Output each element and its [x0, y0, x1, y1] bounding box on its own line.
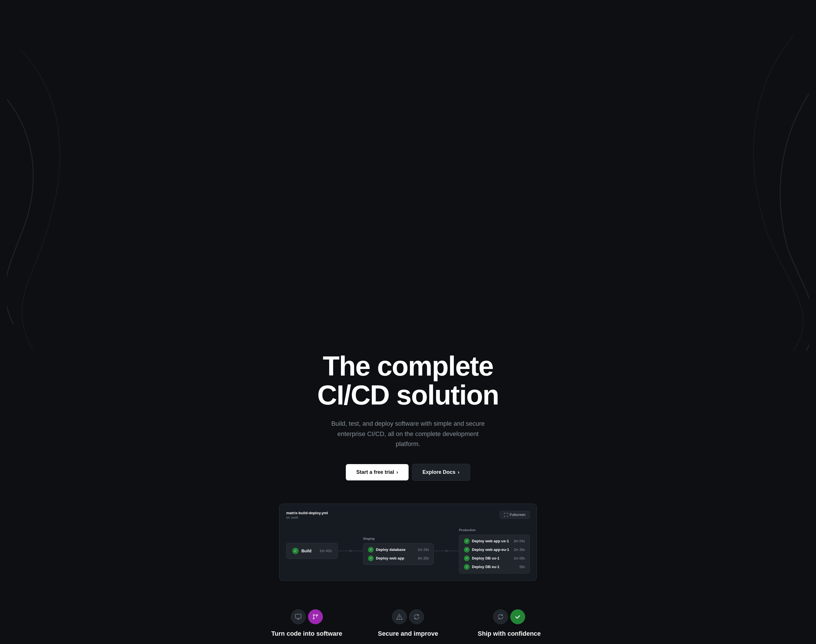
connector-line-4 [448, 550, 459, 551]
features-section: Turn code into software Automatically tr… [0, 598, 816, 644]
prod-job-1: ✓ Deploy web app-eu-1 2m 36s [464, 547, 525, 553]
features-grid: Turn code into software Automatically tr… [265, 609, 551, 644]
connector-dot-2 [445, 550, 448, 552]
staging-group: Staging ✓ Deploy database 1m 24s ✓ Deplo… [363, 537, 434, 565]
feature-card-secure: Secure and improve End-to-end testing fo… [366, 609, 450, 644]
production-group: Production ✓ Deploy web app us-1 3m 04s … [459, 528, 530, 573]
warning-icon [396, 613, 403, 620]
hero-section: The complete CI/CD solution Build, test,… [0, 0, 816, 498]
prod-job-2-time: 1m 08s [514, 557, 525, 560]
prod-job-1-name: Deploy web app-eu-1 [472, 547, 511, 552]
cloud-icon-circle [493, 609, 508, 624]
staging-jobs: ✓ Deploy database 1m 24s ✓ Deploy web ap… [363, 543, 434, 565]
prod-job-3-time: 58s [520, 565, 525, 569]
staging-label: Staging [363, 537, 434, 540]
git-icon [312, 613, 319, 620]
connector-dot [349, 550, 351, 552]
staging-job-1: ✓ Deploy web app 3m 20s [368, 555, 429, 561]
git-icon-circle [308, 609, 323, 624]
pipeline-header: matrix-build-deploy.yml on: push Fullscr… [286, 511, 530, 519]
hero-subtitle: Build, test, and deploy software with si… [325, 419, 491, 449]
connector-line [338, 550, 349, 551]
feature-icons-code [291, 609, 323, 624]
hero-title: The complete CI/CD solution [239, 352, 577, 409]
pipeline-file-info: matrix-build-deploy.yml on: push [286, 511, 328, 519]
pipeline-flow: ✓ Build 1m 42s Staging ✓ Deploy database… [286, 528, 530, 573]
connector-line-2 [351, 550, 363, 551]
staging-job-0-time: 1m 24s [418, 548, 429, 552]
cloud-icon [497, 613, 504, 620]
fullscreen-button[interactable]: Fullscreen [500, 511, 530, 519]
svg-rect-0 [295, 614, 301, 618]
code-icon-circle [291, 609, 306, 624]
pipeline-trigger: on: push [286, 516, 328, 519]
prod-job-2-status: ✓ [464, 555, 469, 561]
staging-job-1-status: ✓ [368, 555, 374, 561]
prod-job-3: ✓ Deploy DB eu-1 58s [464, 564, 525, 570]
prod-job-1-time: 2m 36s [514, 548, 525, 552]
feature-card-ship: Ship with confidence Automate deployment… [467, 609, 551, 644]
build-name: Build [301, 549, 317, 553]
staging-job-1-name: Deploy web app [376, 556, 416, 560]
feature-card-code: Turn code into software Automatically tr… [265, 609, 349, 644]
checkmark-icon [514, 613, 521, 620]
staging-job-0-status: ✓ [368, 547, 374, 553]
monitor-icon [295, 613, 302, 620]
staging-job-0: ✓ Deploy database 1m 24s [368, 547, 429, 553]
build-node: ✓ Build 1m 42s [286, 543, 338, 559]
prod-job-0-time: 3m 04s [514, 539, 525, 543]
start-trial-button[interactable]: Start a free trial › [346, 464, 408, 480]
warning-icon-circle [392, 609, 407, 624]
refresh-icon [413, 613, 420, 620]
feature-icons-secure [392, 609, 424, 624]
check-icon-circle [510, 609, 525, 624]
hero-cta-group: Start a free trial › Explore Docs › [239, 464, 577, 481]
build-time: 1m 42s [319, 549, 332, 553]
production-label: Production [459, 528, 530, 532]
feature-icons-ship [493, 609, 525, 624]
production-jobs: ✓ Deploy web app us-1 3m 04s ✓ Deploy we… [459, 535, 530, 573]
pipeline-filename: matrix-build-deploy.yml [286, 511, 328, 515]
prod-job-3-status: ✓ [464, 564, 469, 570]
prod-job-2: ✓ Deploy DB us-1 1m 08s [464, 555, 525, 561]
staging-job-1-time: 3m 20s [418, 557, 429, 560]
fullscreen-icon [504, 513, 508, 517]
feature-title-secure: Secure and improve [378, 630, 438, 638]
pipeline-container: matrix-build-deploy.yml on: push Fullscr… [279, 504, 537, 581]
prod-job-3-name: Deploy DB eu-1 [472, 565, 517, 569]
refresh-icon-circle [409, 609, 424, 624]
connector-staging-prod [434, 550, 459, 552]
connector-build-staging [338, 550, 363, 552]
build-status-icon: ✓ [292, 548, 299, 554]
feature-title-ship: Ship with confidence [478, 630, 541, 638]
background-decoration [7, 23, 809, 352]
prod-job-2-name: Deploy DB us-1 [472, 556, 511, 560]
staging-job-0-name: Deploy database [376, 547, 416, 552]
prod-job-0-name: Deploy web app us-1 [472, 539, 511, 543]
prod-job-0-status: ✓ [464, 538, 469, 544]
connector-line-3 [434, 550, 445, 551]
feature-title-code: Turn code into software [271, 630, 342, 638]
pipeline-section: matrix-build-deploy.yml on: push Fullscr… [0, 498, 816, 598]
explore-docs-button[interactable]: Explore Docs › [412, 464, 470, 481]
prod-job-0: ✓ Deploy web app us-1 3m 04s [464, 538, 525, 544]
prod-job-1-status: ✓ [464, 547, 469, 553]
